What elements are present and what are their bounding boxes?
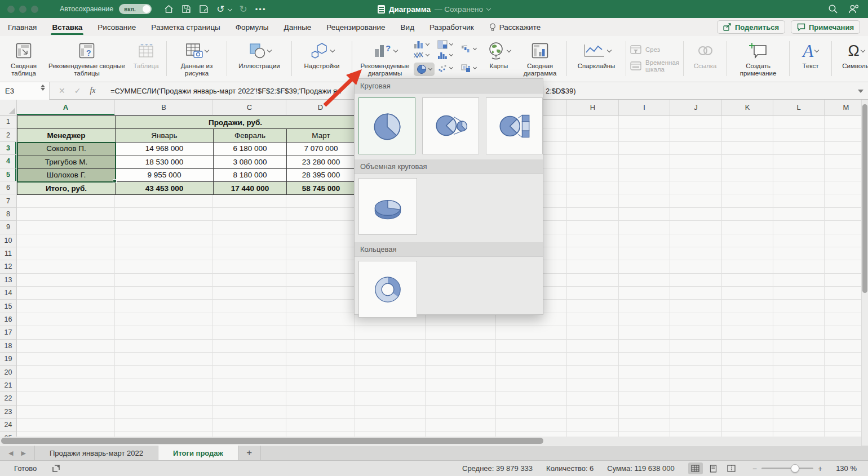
select-all-corner[interactable] <box>0 100 17 115</box>
grid-cell[interactable] <box>567 300 619 313</box>
grid-cell[interactable] <box>17 392 115 405</box>
grid-cell[interactable] <box>619 247 670 260</box>
vertical-scrollbar-thumb[interactable] <box>862 104 867 293</box>
row-header-10[interactable]: 10 <box>0 234 17 247</box>
grid-cell[interactable] <box>213 274 286 287</box>
grid-cell[interactable] <box>670 406 722 419</box>
name-box-spinner[interactable] <box>41 84 45 91</box>
column-header-D[interactable]: D <box>286 100 355 115</box>
grid-cell[interactable] <box>722 128 773 141</box>
cell-D3[interactable]: 7 070 000 <box>287 143 356 155</box>
grid-cell[interactable] <box>670 419 722 431</box>
grid-cell[interactable] <box>619 221 670 234</box>
grid-cell[interactable] <box>426 340 496 353</box>
insert-statistic-chart-button[interactable] <box>437 51 453 60</box>
grid-cell[interactable] <box>670 128 722 141</box>
grid-cell[interactable] <box>722 168 773 181</box>
grid-cell[interactable] <box>567 379 619 392</box>
row-header-19[interactable]: 19 <box>0 353 17 366</box>
grid-cell[interactable] <box>17 353 115 366</box>
grid-cell[interactable] <box>773 313 825 326</box>
grid-cell[interactable] <box>567 340 619 353</box>
tab-vstavka[interactable]: Вставка <box>52 18 82 36</box>
grid-cell[interactable] <box>496 340 567 353</box>
grid-cell[interactable] <box>773 419 825 431</box>
grid-cell[interactable] <box>722 392 773 405</box>
zoom-slider[interactable] <box>761 468 813 469</box>
save-as-icon[interactable] <box>199 5 209 14</box>
grid-cell[interactable] <box>619 406 670 419</box>
grid-cell[interactable] <box>567 181 619 194</box>
grid-cell[interactable] <box>115 234 213 247</box>
insert-funnel-chart-button[interactable] <box>461 64 476 73</box>
grid-cell[interactable] <box>722 194 773 207</box>
tab-risovanie[interactable]: Рисование <box>98 18 136 36</box>
window-zoom-button[interactable] <box>31 6 38 13</box>
selection-mode-icon[interactable] <box>51 464 61 473</box>
prev-sheet-icon[interactable]: ◀ <box>8 450 13 457</box>
grid-cell[interactable] <box>722 379 773 392</box>
grid-cell[interactable] <box>426 366 496 379</box>
row-header-2[interactable]: 2 <box>0 128 17 141</box>
grid-cell[interactable] <box>286 353 355 366</box>
grid-cell[interactable] <box>670 313 722 326</box>
grid-cell[interactable] <box>567 142 619 155</box>
insert-hierarchy-chart-button[interactable] <box>437 40 453 49</box>
grid-cell[interactable] <box>619 260 670 273</box>
grid-cell[interactable] <box>496 379 567 392</box>
grid-cell[interactable] <box>567 287 619 300</box>
column-header-K[interactable]: K <box>722 100 773 115</box>
page-layout-view-button[interactable] <box>706 462 721 474</box>
grid-cell[interactable] <box>670 274 722 287</box>
tab-razrabotchik[interactable]: Разработчик <box>429 18 474 36</box>
grid-cell[interactable] <box>213 392 286 405</box>
row-header-5[interactable]: 5 <box>0 168 17 181</box>
row-header-7[interactable]: 7 <box>0 194 17 207</box>
grid-cell[interactable] <box>17 326 115 339</box>
grid-cell[interactable] <box>115 287 213 300</box>
row-header-11[interactable]: 11 <box>0 247 17 260</box>
cell-manager-header[interactable]: Менеджер <box>17 129 116 142</box>
grid-cell[interactable] <box>670 155 722 168</box>
row-header-13[interactable]: 13 <box>0 274 17 287</box>
grid-cell[interactable] <box>213 366 286 379</box>
grid-cell[interactable] <box>115 379 213 392</box>
tab-formuly[interactable]: Формулы <box>236 18 269 36</box>
window-close-button[interactable] <box>7 6 15 13</box>
save-icon[interactable] <box>181 5 191 14</box>
grid-cell[interactable] <box>567 392 619 405</box>
grid-cell[interactable] <box>17 406 115 419</box>
grid-cell[interactable] <box>670 142 722 155</box>
cell-month-feb[interactable]: Февраль <box>214 129 287 142</box>
grid-cell[interactable] <box>496 419 567 431</box>
grid-cell[interactable] <box>115 326 213 339</box>
row-header-15[interactable]: 15 <box>0 300 17 313</box>
grid-cell[interactable] <box>496 353 567 366</box>
grid-cell[interactable] <box>213 340 286 353</box>
grid-cell[interactable] <box>286 313 355 326</box>
zoom-out-button[interactable]: − <box>752 464 757 473</box>
grid-cell[interactable] <box>619 194 670 207</box>
row-header-17[interactable]: 17 <box>0 326 17 339</box>
grid-cell[interactable] <box>567 194 619 207</box>
grid-cell[interactable] <box>670 353 722 366</box>
grid-cell[interactable] <box>773 234 825 247</box>
row-header-18[interactable]: 18 <box>0 340 17 353</box>
grid-cell[interactable] <box>496 406 567 419</box>
grid-cell[interactable] <box>670 234 722 247</box>
insert-waterfall-chart-button[interactable] <box>461 45 476 54</box>
grid-cell[interactable] <box>17 260 115 273</box>
grid-cell[interactable] <box>286 287 355 300</box>
grid-cell[interactable] <box>286 419 355 431</box>
formula-bar-expand-icon[interactable] <box>858 90 863 93</box>
grid-cell[interactable] <box>773 366 825 379</box>
grid-cell[interactable] <box>213 221 286 234</box>
grid-cell[interactable] <box>17 208 115 221</box>
grid-cell[interactable] <box>213 313 286 326</box>
pie-chart-option[interactable] <box>358 97 415 154</box>
grid-cell[interactable] <box>722 247 773 260</box>
grid-cell[interactable] <box>213 194 286 207</box>
grid-cell[interactable] <box>670 194 722 207</box>
grid-cell[interactable] <box>355 406 426 419</box>
grid-cell[interactable] <box>17 340 115 353</box>
